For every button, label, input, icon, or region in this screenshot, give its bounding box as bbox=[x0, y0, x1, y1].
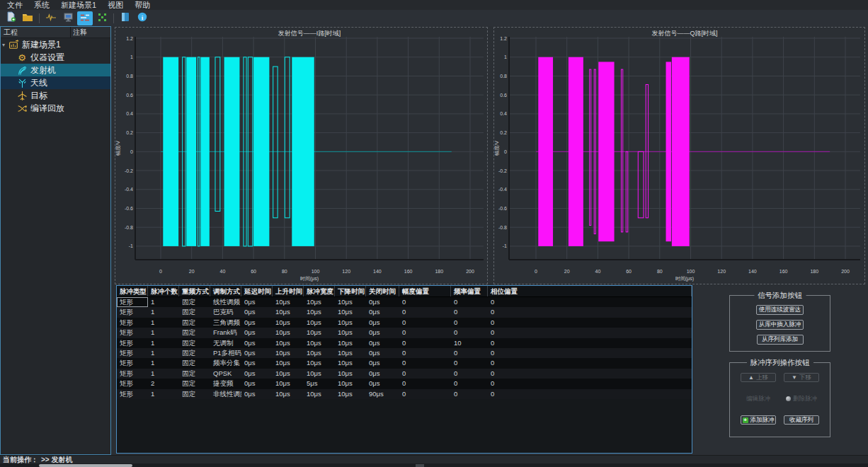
table-cell[interactable]: 0μs bbox=[366, 307, 399, 317]
table-cell[interactable]: 固定 bbox=[179, 389, 210, 399]
add-pulse-button[interactable]: +添加脉冲 bbox=[741, 415, 776, 425]
instrument-button[interactable] bbox=[60, 11, 76, 25]
table-cell[interactable]: 1 bbox=[148, 328, 179, 338]
menu-scene[interactable]: 新建场景1 bbox=[55, 0, 102, 10]
move-up-button[interactable]: ▲上移 bbox=[741, 373, 776, 382]
table-row[interactable]: 矩形1固定巴克码0μs10μs10μs10μs0μs000 bbox=[117, 307, 692, 317]
table-cell[interactable]: 0μs bbox=[241, 369, 273, 379]
expand-caret-icon[interactable]: ▾ bbox=[2, 42, 8, 48]
table-cell[interactable]: 0 bbox=[488, 358, 692, 368]
table-cell[interactable]: 10μs bbox=[335, 328, 366, 338]
table-cell[interactable]: 0 bbox=[399, 358, 451, 368]
table-cell[interactable]: 0μs bbox=[241, 358, 273, 368]
table-cell[interactable]: 矩形 bbox=[117, 338, 148, 348]
table-cell[interactable]: 10μs bbox=[335, 389, 366, 399]
menu-file[interactable]: 文件 bbox=[1, 0, 28, 10]
table-cell[interactable]: 0 bbox=[488, 318, 692, 328]
table-cell[interactable]: P1多相码 bbox=[210, 348, 241, 358]
column-header[interactable]: 调制方式 bbox=[210, 286, 241, 296]
table-cell[interactable]: 矩形 bbox=[117, 369, 148, 379]
info-button[interactable]: i bbox=[135, 11, 150, 25]
table-row[interactable]: 矩形1固定非线性调频0μs10μs10μs10μs90μs000 bbox=[117, 389, 692, 399]
table-cell[interactable]: 10μs bbox=[273, 328, 304, 338]
table-cell[interactable]: 10μs bbox=[273, 348, 304, 358]
table-cell[interactable]: 0 bbox=[488, 328, 692, 338]
table-cell[interactable]: 0μs bbox=[366, 358, 399, 368]
table-row[interactable]: 矩形1固定三角调频0μs10μs10μs10μs0μs000 bbox=[117, 318, 692, 328]
table-cell[interactable]: 固定 bbox=[179, 307, 210, 317]
table-cell[interactable]: 10μs bbox=[335, 307, 366, 317]
open-folder-button[interactable] bbox=[20, 11, 35, 25]
table-cell[interactable]: 线性调频 bbox=[210, 297, 241, 307]
table-cell[interactable]: 0 bbox=[488, 369, 692, 379]
table-cell[interactable]: 固定 bbox=[179, 318, 210, 328]
move-down-button[interactable]: ▼下移 bbox=[784, 373, 819, 382]
table-cell[interactable]: 0 bbox=[488, 307, 692, 317]
table-cell[interactable]: 无调制 bbox=[210, 338, 241, 348]
table-cell[interactable]: 0 bbox=[399, 328, 451, 338]
table-cell[interactable]: 0 bbox=[451, 369, 488, 379]
column-header[interactable]: 脉冲宽度 bbox=[304, 286, 335, 296]
table-row[interactable]: 矩形1固定Frank码0μs10μs10μs10μs0μs000 bbox=[117, 328, 692, 338]
table-cell[interactable]: 5μs bbox=[304, 379, 335, 388]
waveform-button[interactable] bbox=[43, 11, 59, 25]
table-cell[interactable]: 0 bbox=[451, 307, 488, 317]
table-cell[interactable]: 0 bbox=[451, 389, 488, 399]
table-cell[interactable]: 非线性调频 bbox=[210, 389, 241, 399]
table-cell[interactable]: 10μs bbox=[273, 297, 304, 307]
table-cell[interactable]: 10 bbox=[451, 338, 488, 348]
table-cell[interactable]: 频率分集 bbox=[210, 358, 241, 368]
table-cell[interactable]: 固定 bbox=[179, 348, 210, 358]
table-cell[interactable]: 0 bbox=[451, 348, 488, 358]
table-cell[interactable]: 0 bbox=[488, 338, 692, 348]
table-cell[interactable]: 0μs bbox=[366, 328, 399, 338]
table-cell[interactable]: 1 bbox=[148, 369, 179, 379]
edit-pulse-button[interactable]: 编辑脉冲 bbox=[741, 394, 776, 403]
column-header[interactable]: 幅度偏置 bbox=[399, 286, 451, 296]
save-sequence-button[interactable]: 收藏序列 bbox=[784, 415, 819, 425]
table-cell[interactable]: 1 bbox=[148, 297, 179, 307]
table-cell[interactable]: 10μs bbox=[304, 389, 335, 399]
table-cell[interactable]: 10μs bbox=[304, 348, 335, 358]
fit-view-button[interactable] bbox=[94, 11, 110, 25]
table-cell[interactable]: 10μs bbox=[304, 369, 335, 379]
table-cell[interactable]: 0μs bbox=[241, 328, 273, 338]
table-cell[interactable]: 0 bbox=[488, 379, 692, 388]
sequence-list-button[interactable] bbox=[77, 11, 93, 25]
table-cell[interactable]: 固定 bbox=[179, 297, 210, 307]
tree-item-transmitter[interactable]: 发射机 bbox=[1, 64, 110, 76]
table-cell[interactable]: 0μs bbox=[241, 379, 273, 388]
table-cell[interactable]: 10μs bbox=[304, 328, 335, 338]
table-cell[interactable]: 2 bbox=[148, 379, 179, 388]
table-cell[interactable]: 三角调频 bbox=[210, 318, 241, 328]
table-cell[interactable]: 10μs bbox=[273, 318, 304, 328]
table-cell[interactable]: 10μs bbox=[304, 358, 335, 368]
table-cell[interactable]: 10μs bbox=[335, 369, 366, 379]
table-row[interactable]: 矩形2固定捷变频0μs10μs5μs10μs0μs000 bbox=[117, 379, 692, 388]
table-cell[interactable]: 矩形 bbox=[117, 379, 148, 388]
table-cell[interactable]: 矩形 bbox=[117, 297, 148, 307]
column-header[interactable]: 相位偏置 bbox=[488, 286, 692, 296]
table-cell[interactable]: 0 bbox=[399, 389, 451, 399]
menu-system[interactable]: 系统 bbox=[28, 0, 55, 10]
column-header[interactable]: 重频方式 bbox=[179, 286, 210, 296]
tree-item-target[interactable]: 目标 bbox=[1, 89, 110, 102]
column-header[interactable]: 关闭时间 bbox=[366, 286, 399, 296]
table-cell[interactable]: 固定 bbox=[179, 369, 210, 379]
table-cell[interactable]: 矩形 bbox=[117, 389, 148, 399]
table-cell[interactable]: 0 bbox=[399, 348, 451, 358]
table-cell[interactable]: 0 bbox=[399, 318, 451, 328]
table-cell[interactable]: 0 bbox=[451, 297, 488, 307]
table-cell[interactable]: 捷变频 bbox=[210, 379, 241, 388]
table-cell[interactable]: 1 bbox=[148, 338, 179, 348]
column-header[interactable]: 脉冲类型 bbox=[117, 286, 148, 296]
table-cell[interactable]: 0μs bbox=[241, 297, 273, 307]
table-cell[interactable]: 10μs bbox=[335, 358, 366, 368]
cw-radar-button[interactable]: 使用连续波雷达 bbox=[756, 305, 804, 315]
table-cell[interactable]: 10μs bbox=[335, 379, 366, 388]
column-header[interactable]: 下降时间 bbox=[335, 286, 366, 296]
table-cell[interactable]: 固定 bbox=[179, 328, 210, 338]
new-scene-button[interactable] bbox=[3, 11, 18, 25]
insert-pulse-from-library-button[interactable]: 从库中插入脉冲 bbox=[756, 320, 804, 330]
table-cell[interactable]: 0 bbox=[451, 358, 488, 368]
